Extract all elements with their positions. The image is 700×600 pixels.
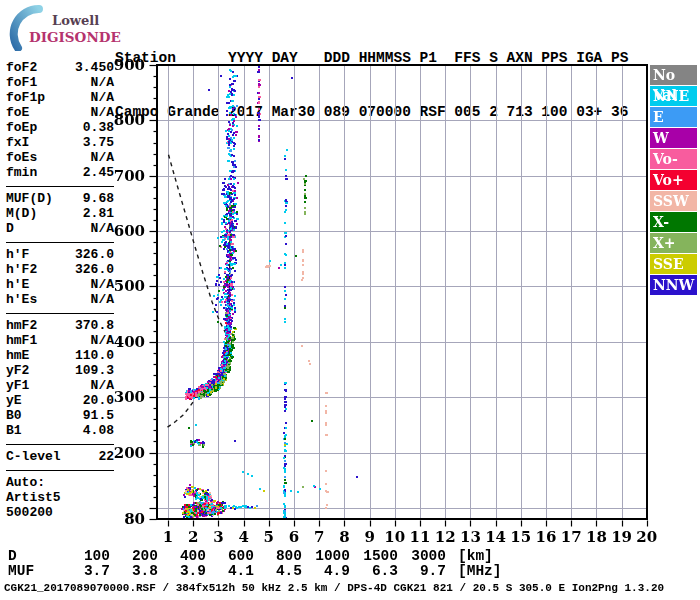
legend-item: W: [650, 128, 697, 148]
param-label: M(D): [6, 206, 37, 221]
legend-item: SSW: [650, 191, 697, 211]
divider: [6, 470, 114, 471]
legend-item: NNE: [650, 86, 697, 106]
param-label: h'E: [6, 277, 29, 292]
row-value: 600: [206, 549, 254, 564]
param-label: Artist5: [6, 490, 61, 505]
legend-item: X+: [650, 233, 697, 253]
distance-row: D100200400600800100015003000[km]: [8, 549, 493, 564]
param-row: yE20.0: [6, 393, 114, 408]
row-value: 100: [62, 549, 110, 564]
legend-item: X-: [650, 212, 697, 232]
param-label: B1: [6, 423, 22, 438]
row-value: 9.7: [398, 564, 446, 579]
param-value: 109.3: [75, 363, 114, 378]
legend-item: NNW: [650, 275, 697, 295]
row-label: MUF: [8, 564, 62, 579]
legend-label: NNW: [653, 277, 694, 293]
param-label: hmE: [6, 348, 29, 363]
row-value: 1500: [350, 549, 398, 564]
legend-label: SSW: [653, 193, 689, 209]
row-value: 4.9: [302, 564, 350, 579]
param-label: Auto:: [6, 475, 45, 490]
row-unit: [km]: [458, 549, 493, 564]
legend-label: X+: [653, 235, 676, 251]
param-label: C-level: [6, 449, 61, 464]
param-value: 326.0: [75, 262, 114, 277]
divider: [6, 242, 114, 243]
param-row: fmin2.45: [6, 165, 114, 180]
legend-item: No Val: [650, 65, 697, 85]
param-row: hmF2370.8: [6, 318, 114, 333]
parameter-panel: foF23.450foF1N/AfoF1pN/AfoEN/AfoEp0.38fx…: [6, 60, 114, 520]
logo: Lowell DIGISONDE: [8, 4, 118, 52]
param-row: hmF1N/A: [6, 333, 114, 348]
row-value: 3.7: [62, 564, 110, 579]
param-value: 370.8: [75, 318, 114, 333]
legend-label: NNE: [653, 88, 689, 104]
param-row: h'F2326.0: [6, 262, 114, 277]
param-label: foF1p: [6, 90, 45, 105]
param-row: h'EsN/A: [6, 292, 114, 307]
param-label: h'F: [6, 247, 29, 262]
param-row: foEp0.38: [6, 120, 114, 135]
param-label: D: [6, 221, 14, 236]
row-value: 400: [158, 549, 206, 564]
param-label: foEp: [6, 120, 37, 135]
row-label: D: [8, 549, 62, 564]
logo-lowell-text: Lowell: [52, 13, 99, 28]
param-row: Artist5: [6, 490, 114, 505]
velocity-legend: No ValNNEEWVo-Vo+SSWX-X+SSENNW: [650, 65, 697, 296]
param-row: C-level22: [6, 449, 114, 464]
legend-item: Vo+: [650, 170, 697, 190]
param-row: MUF(D)9.68: [6, 191, 114, 206]
param-label: foF1: [6, 75, 37, 90]
param-row: h'EN/A: [6, 277, 114, 292]
muf-row: MUF3.73.83.94.14.54.96.39.7[MHz]: [8, 564, 502, 579]
legend-label: Vo-: [653, 151, 678, 167]
param-value: 110.0: [75, 348, 114, 363]
param-row: yF1N/A: [6, 378, 114, 393]
param-label: foF2: [6, 60, 37, 75]
row-value: 3.9: [158, 564, 206, 579]
param-row: B14.08: [6, 423, 114, 438]
param-row: foF23.450: [6, 60, 114, 75]
param-row: foEN/A: [6, 105, 114, 120]
row-value: 4.1: [206, 564, 254, 579]
param-row: yF2109.3: [6, 363, 114, 378]
legend-label: Vo+: [653, 172, 684, 188]
param-label: yF1: [6, 378, 29, 393]
legend-label: X-: [653, 214, 669, 230]
param-row: fxI3.75: [6, 135, 114, 150]
logo-digisonde-text: DIGISONDE: [29, 29, 121, 45]
param-label: foEs: [6, 150, 37, 165]
param-label: yE: [6, 393, 22, 408]
row-value: 6.3: [350, 564, 398, 579]
row-value: 3.8: [110, 564, 158, 579]
legend-label: SSE: [653, 256, 684, 272]
status-line: CGK21_2017089070000.RSF / 384fx512h 50 k…: [4, 582, 664, 594]
legend-item: E: [650, 107, 697, 127]
param-row: hmE110.0: [6, 348, 114, 363]
param-label: foE: [6, 105, 29, 120]
legend-label: W: [653, 130, 669, 146]
ionogram-canvas: [110, 48, 660, 550]
param-row: h'F326.0: [6, 247, 114, 262]
row-value: 800: [254, 549, 302, 564]
param-label: MUF(D): [6, 191, 53, 206]
param-label: h'Es: [6, 292, 37, 307]
param-value: 326.0: [75, 247, 114, 262]
row-unit: [MHz]: [458, 564, 502, 579]
param-value: 3.450: [75, 60, 114, 75]
digisonde-ionogram-page: { "logo": { "top": "Lowell", "bottom": "…: [0, 0, 700, 600]
param-row: B091.5: [6, 408, 114, 423]
param-label: hmF1: [6, 333, 37, 348]
legend-label: E: [653, 109, 664, 125]
row-value: 200: [110, 549, 158, 564]
divider: [6, 186, 114, 187]
param-row: 500200: [6, 505, 114, 520]
param-label: fxI: [6, 135, 29, 150]
param-row: M(D)2.81: [6, 206, 114, 221]
param-label: yF2: [6, 363, 29, 378]
param-row: foF1N/A: [6, 75, 114, 90]
